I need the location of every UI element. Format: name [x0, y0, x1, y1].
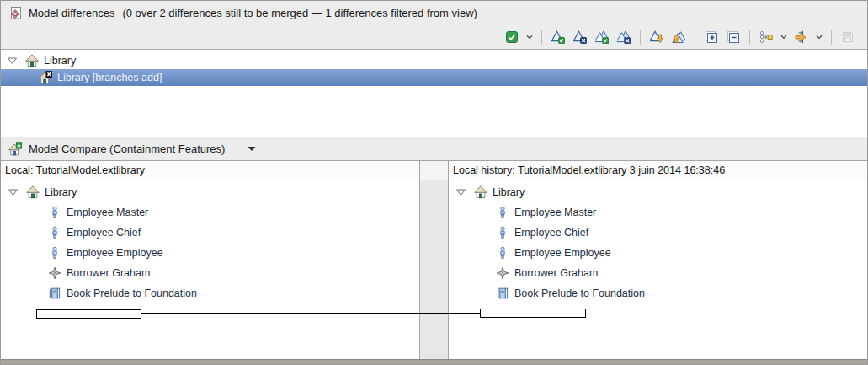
borrower-icon	[496, 266, 509, 280]
employee-icon	[48, 206, 61, 219]
book-icon	[496, 287, 509, 300]
differences-toolbar	[1, 25, 867, 50]
expand-all-button[interactable]	[701, 28, 722, 46]
library-icon	[474, 185, 487, 199]
merged-differences-filter-button[interactable]	[502, 28, 522, 46]
tree-item-label: Library	[44, 55, 76, 67]
tree-item-employee-chief[interactable]: Employee Chief	[449, 223, 867, 243]
group-icon	[759, 30, 773, 44]
expander-open-icon[interactable]	[455, 187, 466, 197]
left-feature-box	[36, 309, 141, 319]
tree-item-label: Employee Employee	[514, 247, 611, 259]
tree-item-label: Employee Chief	[514, 227, 588, 239]
tree-item-employee-master[interactable]: Employee Master	[1, 202, 419, 223]
employee-icon	[496, 206, 509, 219]
book-icon	[48, 287, 61, 300]
compare-viewer-dropdown[interactable]	[248, 146, 256, 152]
tree-item-book-prelude-to-foundation[interactable]: Book Prelude to Foundation	[449, 283, 867, 303]
filter-icon	[795, 30, 808, 44]
merge-down-icon	[650, 30, 663, 44]
tree-item-book-prelude-to-foundation[interactable]: Book Prelude to Foundation	[1, 283, 419, 303]
left-compare-panel: Local: TutorialModel.extlibrary LibraryE…	[1, 161, 419, 360]
tree-item-employee-chief[interactable]: Employee Chief	[1, 223, 419, 243]
tree-item-borrower-graham[interactable]: Borrower Graham	[1, 263, 419, 283]
collapse-all-icon	[727, 30, 740, 44]
tree-item-label: Book Prelude to Foundation	[67, 287, 197, 299]
right-feature-box	[480, 309, 586, 318]
left-panel-header: Local: TutorialModel.extlibrary	[1, 161, 419, 180]
group-differences-dropdown[interactable]	[778, 28, 790, 46]
toolbar-separator	[640, 30, 641, 45]
expander-open-icon[interactable]	[7, 56, 18, 66]
match-connector-line	[141, 313, 481, 314]
accept-all-changes-button[interactable]	[592, 28, 612, 46]
model-compare-title: Model Compare (Containment Features)	[29, 142, 225, 155]
expander-open-icon[interactable]	[8, 187, 19, 197]
expand-all-icon	[705, 30, 718, 44]
tree-item-borrower-graham[interactable]: Borrower Graham	[449, 263, 867, 283]
copy-all-changes-button[interactable]	[668, 28, 689, 46]
tree-item-library[interactable]: Library	[1, 52, 867, 69]
left-compare-tree: LibraryEmployee MasterEmployee ChiefEmpl…	[1, 180, 419, 360]
emf-compare-editor: Model differences (0 over 2 differences …	[0, 0, 868, 365]
chevron-down-icon	[526, 35, 533, 40]
compare-editor-icon	[8, 7, 22, 20]
merged-differences-filter-dropdown[interactable]	[524, 28, 535, 46]
tree-item-label: Book Prelude to Foundation	[514, 287, 645, 299]
reject-all-diff-icon	[617, 30, 631, 44]
library-icon	[26, 185, 40, 199]
filter-differences-dropdown[interactable]	[813, 28, 825, 46]
employee-icon	[496, 226, 509, 239]
accept-change-button[interactable]	[548, 28, 568, 46]
differences-status-text: (0 over 2 differences still to be merged…	[122, 7, 477, 19]
filter-differences-button[interactable]	[791, 28, 812, 46]
save-comparison-button	[838, 28, 858, 46]
tree-item-employee-employee[interactable]: Employee Employee	[449, 243, 867, 263]
tree-item-label: Employee Master	[67, 207, 148, 218]
reject-all-changes-button[interactable]	[614, 28, 634, 46]
employee-icon	[496, 246, 509, 260]
tree-item-employee-master[interactable]: Employee Master	[449, 202, 867, 223]
model-icon	[25, 54, 39, 67]
save-icon	[841, 30, 855, 44]
tree-item-label: Library [branches add]	[57, 72, 162, 83]
model-differences-title: Model differences	[29, 7, 114, 19]
right-compare-panel: Local history: TutorialModel.extlibrary …	[449, 161, 867, 360]
checkbox-filter-icon	[505, 30, 519, 44]
tree-item-label: Employee Employee	[67, 247, 163, 259]
reject-diff-icon	[573, 30, 587, 44]
gutter-body	[420, 180, 448, 360]
toolbar-separator	[749, 30, 750, 45]
model-compare-header: Model Compare (Containment Features)	[1, 137, 867, 161]
model-added-icon	[39, 71, 52, 84]
window-bottom-edge	[1, 359, 867, 364]
compare-body: Local: TutorialModel.extlibrary LibraryE…	[1, 161, 867, 360]
tree-item-label: Library	[45, 186, 77, 198]
tree-item-label: Borrower Graham	[67, 267, 150, 279]
toolbar-separator	[831, 30, 832, 45]
toolbar-separator	[695, 30, 695, 45]
right-panel-header: Local history: TutorialModel.extlibrary …	[449, 161, 867, 180]
tree-item-label: Borrower Graham	[514, 267, 598, 279]
model-compare-icon	[8, 142, 22, 156]
employee-icon	[48, 226, 61, 239]
center-gutter	[419, 161, 449, 360]
reject-change-button[interactable]	[570, 28, 590, 46]
group-differences-button[interactable]	[756, 28, 776, 46]
tree-item-label: Employee Master	[514, 207, 596, 218]
tree-item-employee-employee[interactable]: Employee Employee	[1, 243, 419, 263]
model-differences-header: Model differences (0 over 2 differences …	[1, 1, 867, 25]
collapse-all-button[interactable]	[723, 28, 743, 46]
differences-tree: LibraryLibrary [branches add]	[1, 50, 867, 137]
tree-item-label: Library	[493, 186, 525, 198]
copy-current-change-button[interactable]	[647, 28, 667, 46]
tree-item-library[interactable]: Library	[449, 182, 867, 202]
tree-item-library[interactable]: Library	[1, 182, 419, 202]
tree-item-library-branches-add[interactable]: Library [branches add]	[1, 69, 867, 86]
borrower-icon	[48, 266, 61, 280]
merge-up-icon	[672, 30, 685, 44]
employee-icon	[48, 246, 61, 260]
gutter-header	[420, 161, 448, 180]
tree-item-label: Employee Chief	[67, 227, 141, 239]
chevron-down-icon	[780, 35, 787, 40]
